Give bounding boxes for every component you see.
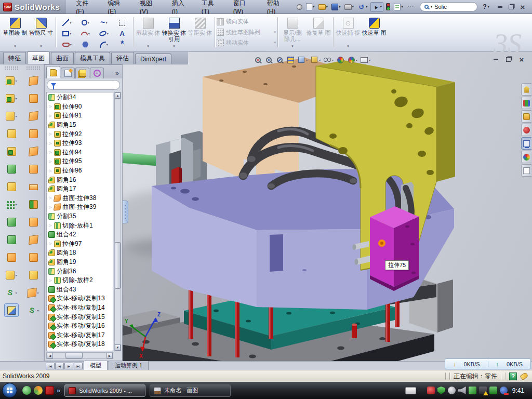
dropdown-caret-icon[interactable]: ▾ [401,5,403,9]
doc-minimize-icon[interactable] [491,56,500,63]
ribbon-button[interactable]: 镜向实体 [217,18,276,25]
panel-splitter-handle[interactable] [123,201,128,223]
delete-face-icon[interactable] [26,233,41,246]
instant3d-icon[interactable] [4,303,19,317]
scrollbar-thumb[interactable] [115,242,121,288]
curve-icon[interactable]: ▾ [4,286,19,299]
dropdown-caret-icon[interactable]: ▾ [37,291,38,295]
command-tab[interactable]: 模具工具 [75,52,110,64]
options-icon[interactable]: ▾ [393,3,404,11]
dropdown-caret-icon[interactable]: ▾ [107,32,109,35]
start-button[interactable] [2,383,17,398]
select-arrow-icon[interactable]: ▾ [370,2,384,12]
toolbar-overflow-icon[interactable] [406,3,416,11]
ribbon-button[interactable]: 移动实体 ▾ [217,39,276,47]
fillet-icon[interactable]: ▾ [4,109,19,123]
dropdown-caret-icon[interactable]: ▾ [352,5,354,9]
restore-icon[interactable] [507,4,515,10]
filled-surface-icon[interactable] [26,162,41,176]
trim-surface-icon[interactable]: ▾ [26,286,41,299]
ribbon-button[interactable]: 线性草图阵列 ▾ [217,29,276,36]
new-document-icon[interactable]: ▾ [305,3,316,11]
tree-item[interactable]: ▷ 拉伸96 [47,166,113,176]
propertymanager-tab[interactable] [61,68,75,78]
tree-item[interactable]: 实体-移动/复制16 [47,322,113,331]
tree-item[interactable]: 圆角17 [47,184,113,194]
selection-frame-icon[interactable] [119,20,125,26]
dimxpertmanager-tab[interactable] [90,68,104,78]
hide-show-items-icon[interactable]: ▾ [323,56,334,64]
view-settings-icon[interactable]: ▾ [360,56,370,64]
doc-close-icon[interactable] [517,56,526,63]
ribbon-button[interactable]: 快速捕 捉 ▾ [335,15,361,49]
line-icon[interactable]: ▾ [62,19,71,26]
tree-item[interactable]: ▷ 曲面-拉伸38 [47,194,113,203]
design-library-tab[interactable] [521,97,531,109]
dropdown-caret-icon[interactable]: ▾ [147,43,149,49]
tree-item[interactable]: ▷ 切除-放样1 [47,221,113,230]
hole-wizard-icon[interactable] [4,180,19,193]
dropdown-caret-icon[interactable]: ▾ [70,21,71,24]
command-tab[interactable]: 评估 [111,52,134,64]
antivirus-icon[interactable] [427,387,435,394]
status-help-icon[interactable]: ? [509,373,517,380]
replace-face-icon[interactable] [26,250,41,264]
solidworks-search-tab[interactable] [521,124,531,136]
solidworks-resources-tab[interactable] [521,83,531,96]
apply-scene-icon[interactable]: ▾ [347,56,357,64]
tree-vertical-scrollbar[interactable]: ▲ ▼ [114,92,121,351]
dropdown-caret-icon[interactable]: ▾ [339,5,341,9]
solidworks-launcher-icon[interactable] [45,386,54,395]
tree-item[interactable]: ▷ 拉伸92 [47,129,113,139]
toolbar-grip[interactable] [4,66,19,70]
boundary-surface-icon[interactable] [26,144,41,158]
dropdown-caret-icon[interactable]: ▾ [332,58,334,62]
ribbon-button[interactable]: 转换实 体引用 ▾ [161,15,187,49]
display-style-icon[interactable]: ▾ [310,56,321,64]
tree-item[interactable]: 分割34 [47,93,113,102]
ribbon-button[interactable]: 剪裁实 体 ▾ [135,15,161,49]
circle-icon[interactable]: ▾ [82,20,89,25]
minimize-icon[interactable] [496,4,504,10]
tab-nav-button[interactable]: ▶| [74,363,83,369]
tab-nav-button[interactable]: |◀ [46,363,55,369]
split-icon[interactable] [4,215,19,229]
search-caret-icon[interactable]: ▾ [431,5,433,9]
ribbon-button[interactable]: 智能尺 寸 ▾ [28,15,54,49]
command-tab[interactable]: 草图 [27,51,50,64]
shell-icon[interactable] [4,144,19,158]
magenta-slide-block[interactable] [370,206,419,291]
rectangle-icon[interactable]: ▾ [62,31,71,36]
tree-item[interactable]: 实体-移动/复制18 [47,340,113,349]
dropdown-caret-icon[interactable]: ▾ [356,58,357,62]
expand-arrow-icon[interactable]: ▷ [48,159,52,164]
dropdown-caret-icon[interactable]: ▾ [380,5,382,9]
command-tab[interactable]: 曲面 [51,52,74,64]
untrim-surface-icon[interactable]: ▾ [26,303,41,317]
dropdown-caret-icon[interactable]: ▾ [15,203,17,206]
expand-arrow-icon[interactable]: ▷ [48,132,52,136]
security-plus-icon[interactable] [489,387,497,394]
pattern-icon[interactable]: ▾ [4,197,19,211]
tree-item[interactable]: ▷ 拉伸95 [47,157,113,166]
tab-nav-button[interactable]: ◀ [55,363,64,369]
view-orientation-icon[interactable]: ▾ [297,56,308,64]
document-tab[interactable]: 模型 [84,361,108,371]
revolved-surface-icon[interactable] [26,91,41,105]
featuremanager-tab[interactable] [46,66,60,78]
graphics-viewport[interactable]: Z Y X [123,52,532,361]
rebuild-icon[interactable] [385,3,391,11]
zoom-to-area-icon[interactable] [264,56,273,64]
lofted-surface-icon[interactable] [26,127,41,140]
tree-item[interactable]: 实体-移动/复制17 [47,330,113,340]
extruded-boss-icon[interactable]: ▾ [4,74,19,87]
tree-item[interactable]: ▷ 拉伸91 [47,111,113,121]
arc-icon[interactable]: ▾ [81,32,90,35]
undo-icon[interactable]: ▾ [356,3,369,11]
save-icon[interactable]: ▾ [330,3,342,11]
dropdown-caret-icon[interactable]: ▾ [347,43,349,49]
dropdown-caret-icon[interactable]: ▾ [70,32,71,35]
manager-overflow-button[interactable]: » [115,70,119,78]
tree-item[interactable]: 分割35 [47,212,113,221]
tab-nav-button[interactable]: ▶ [64,363,73,369]
